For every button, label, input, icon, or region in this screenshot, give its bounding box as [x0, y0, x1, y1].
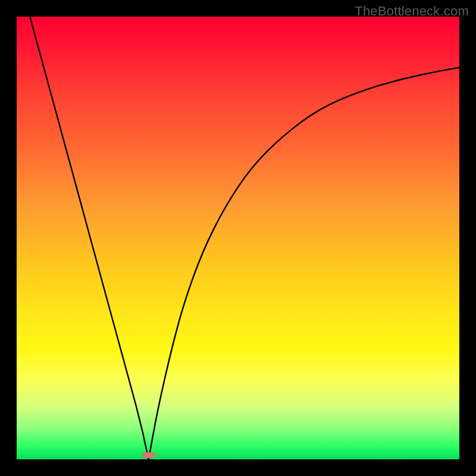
plot-area [17, 17, 459, 459]
watermark-text: TheBottleneck.com [355, 4, 469, 19]
optimum-marker [142, 452, 155, 458]
bottleneck-curve [17, 17, 459, 459]
curve-path [30, 17, 459, 459]
chart-frame: TheBottleneck.com [0, 0, 476, 476]
